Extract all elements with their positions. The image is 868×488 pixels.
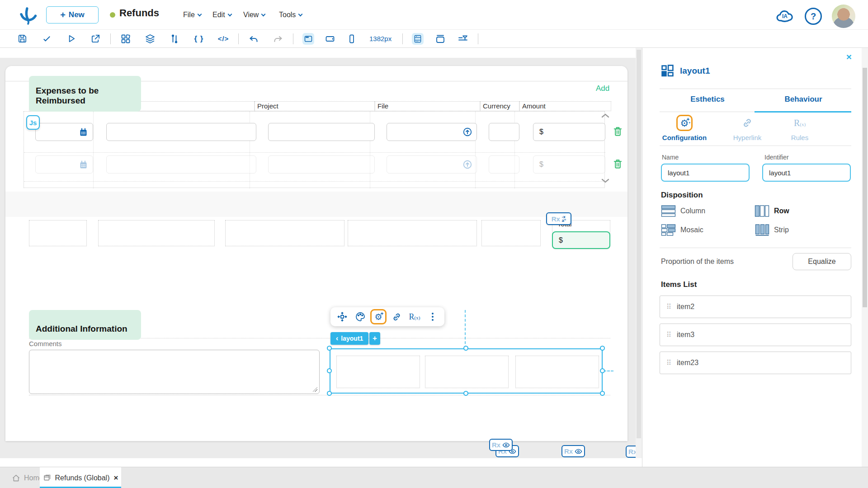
close-tab-icon[interactable]: × [114, 474, 118, 483]
layout-cell[interactable] [29, 220, 87, 246]
source-code-icon[interactable]: </> [217, 33, 229, 45]
tablet-view-icon[interactable] [324, 33, 336, 45]
date-input[interactable] [35, 155, 93, 174]
identifier-input[interactable]: layout1 [762, 164, 851, 182]
app-logo-icon[interactable] [18, 6, 37, 25]
resize-handle[interactable] [313, 387, 317, 392]
tab-esthetics[interactable]: Esthetics [660, 95, 755, 104]
flow-icon[interactable] [169, 33, 180, 45]
grid-scroll-up-icon[interactable] [601, 113, 609, 118]
concept-input[interactable] [106, 155, 256, 174]
column-header-amount[interactable]: Amount [519, 101, 611, 111]
menu-view[interactable]: View [243, 11, 265, 19]
column-header-project[interactable]: Project [255, 101, 375, 111]
item-row-item2[interactable]: ⠿ item2 [660, 296, 851, 318]
equalize-button[interactable]: Equalize [793, 253, 851, 270]
section-title-expenses[interactable]: Expenses to be Reimbursed [29, 76, 141, 112]
user-avatar[interactable] [832, 5, 855, 28]
configuration-gear-icon[interactable]: ⚙ [370, 309, 387, 324]
redo-icon[interactable] [272, 33, 284, 45]
currency-input[interactable] [489, 155, 519, 174]
resize-handle[interactable] [600, 391, 605, 396]
resize-handle[interactable] [463, 346, 468, 351]
more-options-icon[interactable] [425, 309, 441, 324]
layout-header-icon[interactable] [434, 33, 446, 45]
components-icon[interactable] [120, 33, 132, 45]
phone-view-icon[interactable] [346, 33, 358, 45]
subtab-rules[interactable]: R(x) Rules [773, 115, 827, 141]
design-canvas[interactable]: Expenses to be Reimbursed Add Date Conce… [0, 48, 642, 458]
layout-cell[interactable] [481, 220, 541, 246]
column-header-file[interactable]: File [375, 101, 480, 111]
disposition-row[interactable]: Row [755, 205, 789, 217]
rename-expression-badge[interactable]: Rx -xa‟ [546, 212, 571, 225]
resize-handle[interactable] [327, 391, 332, 396]
move-tool-icon[interactable] [334, 309, 350, 324]
layout1-item-cell[interactable] [336, 356, 420, 388]
concept-input[interactable] [106, 123, 256, 141]
share-icon[interactable] [90, 33, 101, 45]
grid-add-button[interactable]: Add [596, 84, 609, 93]
scrollbar-thumb[interactable] [637, 50, 641, 438]
desktop-view-icon[interactable] [302, 33, 314, 45]
validate-icon[interactable] [41, 33, 52, 45]
run-icon[interactable] [65, 33, 77, 45]
menu-file[interactable]: File [183, 11, 201, 19]
selected-layout1[interactable] [330, 348, 603, 394]
comments-textarea[interactable] [29, 350, 320, 394]
subtab-configuration[interactable]: ⚙ Configuration [657, 115, 712, 141]
column-header-currency[interactable]: Currency [480, 101, 519, 111]
drag-handle-icon[interactable]: ⠿ [666, 303, 671, 311]
resize-handle[interactable] [327, 346, 332, 351]
ai-assistant-icon[interactable]: IA [775, 6, 795, 26]
layout-rows-icon[interactable] [412, 33, 424, 45]
save-icon[interactable] [16, 33, 28, 45]
disposition-mosaic[interactable]: Mosaic [661, 224, 703, 236]
resize-handle[interactable] [600, 346, 605, 351]
resize-handle[interactable] [600, 368, 605, 373]
name-input[interactable]: layout1 [661, 164, 750, 182]
project-input[interactable] [268, 123, 375, 141]
help-icon[interactable]: ? [805, 8, 822, 25]
menu-tools[interactable]: Tools [279, 11, 302, 19]
menu-edit[interactable]: Edit [212, 11, 231, 19]
variables-icon[interactable]: { } [193, 33, 205, 45]
drag-handle-icon[interactable]: ⠿ [666, 331, 671, 339]
section-title-additional[interactable]: Additional Information [29, 310, 141, 340]
resize-handle[interactable] [463, 391, 468, 396]
layout1-item-cell[interactable] [425, 356, 509, 388]
tab-behaviour[interactable]: Behaviour [755, 95, 851, 104]
amount-input[interactable]: $ [533, 123, 605, 141]
file-input[interactable] [387, 155, 477, 174]
panel-scrollbar[interactable] [862, 48, 868, 467]
calendar-icon[interactable] [79, 127, 88, 137]
visibility-expression-badge[interactable]: Rx [561, 445, 585, 457]
scrollbar-thumb[interactable] [863, 68, 867, 307]
style-palette-icon[interactable] [352, 309, 368, 324]
currency-input[interactable] [489, 123, 519, 141]
layers-icon[interactable] [144, 33, 156, 45]
drag-handle-icon[interactable]: ⠿ [666, 359, 671, 367]
layout-cell[interactable] [225, 220, 344, 246]
delete-row-icon[interactable] [613, 126, 623, 137]
layout-cell[interactable] [98, 220, 215, 246]
visibility-expression-badge[interactable]: Rx [489, 439, 513, 451]
subtab-hyperlink[interactable]: Hyperlink [720, 115, 774, 141]
total-input[interactable]: $ [552, 231, 610, 249]
new-button[interactable]: + New [46, 6, 99, 23]
breadcrumb-layout1[interactable]: ‹ layout1 [330, 332, 368, 345]
align-filter-icon[interactable] [457, 33, 469, 45]
grid-scroll-down-icon[interactable] [601, 178, 609, 183]
js-event-badge[interactable]: Js [26, 115, 40, 130]
undo-icon[interactable] [248, 33, 259, 45]
hyperlink-icon[interactable] [388, 309, 405, 324]
resize-handle[interactable] [327, 368, 332, 373]
item-row-item3[interactable]: ⠿ item3 [660, 324, 851, 346]
layout-cell[interactable] [348, 220, 477, 246]
layout1-item-cell[interactable] [515, 356, 599, 388]
close-panel-icon[interactable]: × [846, 52, 852, 62]
rules-icon[interactable]: R(x) [406, 309, 423, 324]
add-item-button[interactable]: + [369, 332, 380, 345]
date-input[interactable] [35, 123, 93, 141]
disposition-column[interactable]: Column [661, 205, 705, 217]
